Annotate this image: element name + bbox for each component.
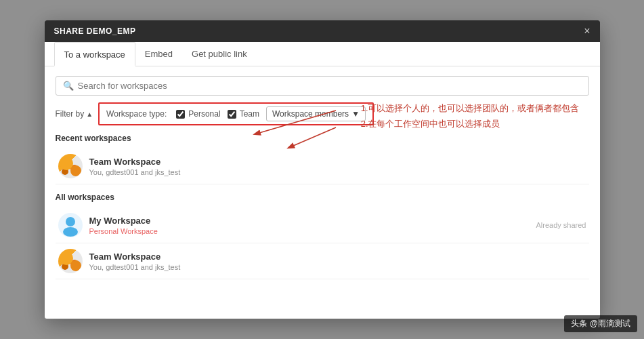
workspace-type-label: Workspace type: [106, 109, 167, 119]
all-section-title: All workspaces [56, 193, 589, 202]
workspace-members-dropdown[interactable]: Workspace members ▼ [266, 106, 366, 121]
tab-embed[interactable]: Embed [135, 42, 182, 66]
search-input[interactable] [78, 81, 582, 91]
team-label: Team [240, 109, 259, 119]
dropdown-arrow-icon: ▼ [351, 109, 360, 119]
workspace-info: My Workspace Personal Workspace [89, 216, 530, 235]
filter-bar: Filter by ▲ Workspace type: Personal Tea… [56, 102, 589, 125]
recent-section-title: Recent workspaces [56, 134, 589, 143]
share-modal: SHARE DEMO_EMP × To a workspace Embed Ge… [45, 20, 600, 319]
filter-arrow-icon: ▲ [86, 111, 93, 118]
tab-bar: To a workspace Embed Get public link [45, 42, 600, 66]
workspace-name: My Workspace [89, 216, 530, 226]
search-icon: 🔍 [63, 81, 74, 91]
tab-to-workspace[interactable]: To a workspace [54, 42, 135, 66]
avatar [58, 249, 83, 273]
workspace-name: Team Workspace [89, 252, 586, 262]
close-button[interactable]: × [584, 26, 590, 37]
list-item[interactable]: Team Workspace You, gdtest001 and jks_te… [56, 243, 589, 279]
personal-label: Personal [188, 109, 220, 119]
tab-public-link[interactable]: Get public link [182, 42, 257, 66]
modal-title: SHARE DEMO_EMP [54, 26, 136, 36]
workspace-sub: You, gdtest001 and jks_test [89, 168, 586, 176]
personal-checkbox[interactable] [176, 110, 185, 119]
svg-point-3 [66, 217, 75, 226]
workspace-info: Team Workspace You, gdtest001 and jks_te… [89, 252, 586, 271]
svg-point-7 [62, 263, 68, 270]
personal-checkbox-group: Personal [176, 109, 220, 119]
workspace-sub: You, gdtest001 and jks_test [89, 263, 586, 271]
team-checkbox-group: Team [228, 109, 259, 119]
modal-body: 🔍 Filter by ▲ Workspace type: Personal [45, 66, 600, 289]
svg-point-1 [70, 165, 79, 173]
modal-header: SHARE DEMO_EMP × [45, 20, 600, 42]
svg-point-0 [62, 158, 71, 167]
modal-overlay: SHARE DEMO_EMP × To a workspace Embed Ge… [0, 0, 644, 339]
personal-avatar-icon [58, 213, 83, 237]
filter-label: Filter by ▲ [56, 109, 93, 119]
watermark: 头条 @雨滴测试 [564, 315, 637, 332]
workspace-sub: Personal Workspace [89, 227, 530, 235]
svg-point-6 [70, 260, 79, 268]
workspace-name: Team Workspace [89, 157, 586, 167]
avatar [58, 154, 83, 178]
already-shared-badge: Already shared [536, 221, 586, 229]
team-avatar-icon [58, 249, 83, 273]
avatar [58, 213, 83, 237]
svg-point-5 [62, 253, 71, 262]
workspace-type-box: Workspace type: Personal Team Workspace … [98, 102, 374, 125]
svg-point-2 [62, 168, 68, 175]
team-checkbox[interactable] [228, 110, 236, 119]
workspace-info: Team Workspace You, gdtest001 and jks_te… [89, 157, 586, 176]
search-bar: 🔍 [56, 76, 589, 96]
svg-point-4 [63, 227, 78, 237]
list-item[interactable]: My Workspace Personal Workspace Already … [56, 207, 589, 243]
list-item[interactable]: Team Workspace You, gdtest001 and jks_te… [56, 148, 589, 184]
team-avatar-icon [58, 154, 83, 178]
